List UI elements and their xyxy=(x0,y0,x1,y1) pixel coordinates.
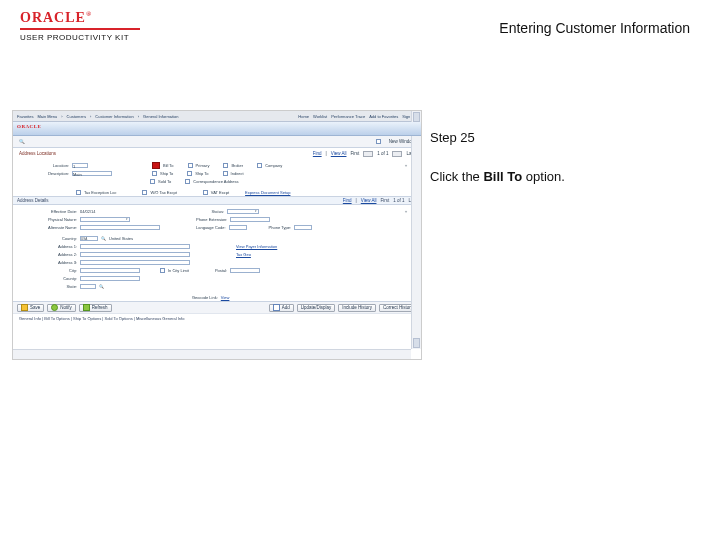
inlimit-label: In City Limit xyxy=(168,268,189,273)
description-label: Description: xyxy=(19,171,69,176)
company-checkbox[interactable] xyxy=(257,163,262,168)
correspond-checkbox[interactable] xyxy=(185,179,190,184)
addr1-label: Address 1: xyxy=(19,244,77,249)
soldto-checkbox[interactable] xyxy=(150,179,155,184)
search-icon[interactable]: 🔍 xyxy=(19,139,25,144)
bottom-links[interactable]: General Info | Bill To Options | Ship To… xyxy=(19,316,184,323)
vat-checkbox[interactable] xyxy=(203,190,208,195)
next-button[interactable] xyxy=(392,151,402,157)
correspond-label: Correspondence Address xyxy=(193,179,238,184)
addr3-field[interactable] xyxy=(80,260,190,265)
horizontal-scrollbar[interactable] xyxy=(13,349,411,359)
effdate-label: Effective Date: xyxy=(19,209,77,214)
soldto-label: Sold To xyxy=(158,179,171,184)
geocode-link[interactable]: View xyxy=(221,295,230,300)
phonetype-field[interactable] xyxy=(294,225,312,230)
status-dropdown[interactable] xyxy=(227,209,259,214)
viewall-link[interactable]: View All xyxy=(331,151,347,156)
billto-label: Bill To xyxy=(163,163,174,168)
save-button[interactable]: Save xyxy=(17,304,44,312)
addr-viewall-link[interactable]: View All xyxy=(361,198,377,203)
location-label: Location: xyxy=(19,163,69,168)
shipto-label: Ship To xyxy=(160,171,173,176)
taxinfo-link[interactable]: View Payer Information xyxy=(236,244,277,249)
crumb-favorites[interactable]: Favorites xyxy=(17,114,33,119)
newwin-checkbox[interactable] xyxy=(376,139,381,144)
crumb-customer-info[interactable]: Customer Information xyxy=(95,114,133,119)
notify-button[interactable]: Notify xyxy=(47,304,76,312)
taxloc-checkbox[interactable] xyxy=(76,190,81,195)
crumb-main-menu[interactable]: Main Menu xyxy=(37,114,57,119)
lang-label: Language Code: xyxy=(196,225,226,230)
nav-addfav[interactable]: Add to Favorites xyxy=(369,114,398,119)
addr-find-link[interactable]: Find xyxy=(343,198,352,203)
ship-label: Ship To xyxy=(195,171,208,176)
indirect-checkbox[interactable] xyxy=(223,171,228,176)
find-link[interactable]: Find xyxy=(313,151,322,156)
addr-add-row-icon[interactable]: ＋ xyxy=(404,209,408,214)
ship-checkbox[interactable] xyxy=(187,171,192,176)
add-row-icon[interactable]: ＋ xyxy=(404,163,408,168)
addr-first[interactable]: First xyxy=(380,198,389,203)
postal-field[interactable] xyxy=(230,268,260,273)
breadcrumb-bar: Favorites Main Menu › Customers › Custom… xyxy=(13,111,421,122)
country-lookup-icon[interactable]: 🔍 xyxy=(101,236,106,241)
express-link[interactable]: Express Document Setup xyxy=(245,190,290,195)
lang-field[interactable] xyxy=(229,225,247,230)
shipto-checkbox[interactable] xyxy=(152,171,157,176)
inlimit-checkbox[interactable] xyxy=(160,268,165,273)
addr2-label: Address 2: xyxy=(19,252,77,257)
addr-counter: 1 of 1 xyxy=(393,198,404,203)
country-field[interactable]: USA xyxy=(80,236,98,241)
location-form: Location: 1 Bill To Primary Broker Compa… xyxy=(13,159,421,196)
add-button[interactable]: Add xyxy=(269,304,294,312)
phone-ext-field[interactable] xyxy=(230,217,270,222)
addr2-field[interactable] xyxy=(80,252,190,257)
broker-checkbox[interactable] xyxy=(223,163,228,168)
geocode-label: Geocode Link: xyxy=(192,295,218,300)
nav-worklist[interactable]: Worklist xyxy=(313,114,327,119)
crumb-customers[interactable]: Customers xyxy=(67,114,86,119)
postal-label: Postal: xyxy=(215,268,227,273)
address-locations-label: Address Locations xyxy=(19,151,56,156)
status-label: Status: xyxy=(212,209,224,214)
oracle-logo: ORACLE® xyxy=(20,10,140,26)
county-field[interactable] xyxy=(80,276,140,281)
instr-prefix: Click the xyxy=(430,169,483,184)
phone-ext-label: Phone Extension: xyxy=(196,217,227,222)
description-field[interactable]: Main xyxy=(72,171,112,176)
refresh-button[interactable]: Refresh xyxy=(79,304,112,312)
inner-oracle-logo: ORACLE xyxy=(17,124,41,129)
country-name: United States xyxy=(109,236,133,241)
city-field[interactable] xyxy=(80,268,140,273)
phonetype-label: Phone Type: xyxy=(269,225,291,230)
state-field[interactable] xyxy=(80,284,96,289)
include-history-button[interactable]: Include History xyxy=(338,304,376,312)
instr-bold: Bill To xyxy=(483,169,522,184)
location-field[interactable]: 1 xyxy=(72,163,88,168)
addr3-label: Address 3: xyxy=(19,260,77,265)
indirect-label: Indirect xyxy=(231,171,244,176)
wbtax-checkbox[interactable] xyxy=(142,190,147,195)
first-label[interactable]: First xyxy=(350,151,359,156)
instr-suffix: option. xyxy=(522,169,565,184)
state-lookup-icon[interactable]: 🔍 xyxy=(99,284,104,289)
addr1-field[interactable] xyxy=(80,244,190,249)
county-label: County: xyxy=(19,276,77,281)
country-label: Country: xyxy=(19,236,77,241)
brand-bar: ORACLE xyxy=(13,122,421,136)
crumb-general-info[interactable]: General Information xyxy=(143,114,178,119)
physical-dropdown[interactable] xyxy=(80,217,130,222)
action-bar: Save Notify Refresh Add Update/Display I… xyxy=(13,301,421,313)
prev-button[interactable] xyxy=(363,151,373,157)
alt-field[interactable] xyxy=(80,225,160,230)
effdate-value: 04/02/14 xyxy=(80,209,96,214)
taxgeo-link[interactable]: Tax Geo xyxy=(236,252,251,257)
nav-perf[interactable]: Performance Trace xyxy=(331,114,365,119)
app-screenshot: Favorites Main Menu › Customers › Custom… xyxy=(12,110,422,360)
vertical-scrollbar[interactable] xyxy=(411,111,421,349)
nav-home[interactable]: Home xyxy=(298,114,309,119)
update-button[interactable]: Update/Display xyxy=(297,304,336,312)
billto-highlight[interactable] xyxy=(152,162,160,169)
primary-checkbox[interactable] xyxy=(188,163,193,168)
